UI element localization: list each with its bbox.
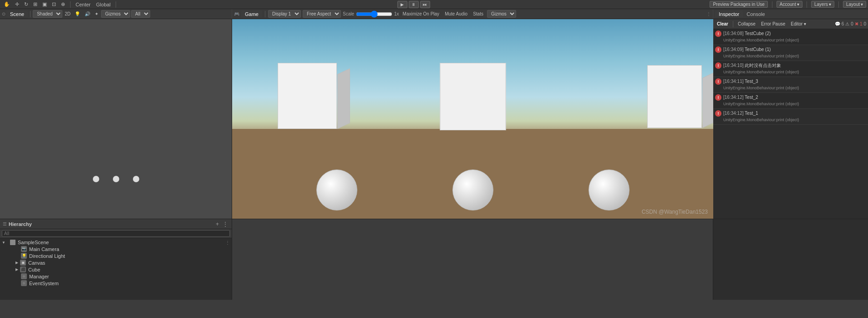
error-pause-button[interactable]: Error Pause: [759, 21, 787, 27]
tree-item-cube[interactable]: ▶ ⬛ Cube: [0, 266, 232, 273]
move-tool[interactable]: ✛: [13, 1, 21, 8]
hierarchy-search-input[interactable]: [2, 230, 230, 237]
scene-canvas[interactable]: [0, 19, 232, 219]
tree-item-label-1: Directional Light: [29, 253, 65, 259]
stats-btn[interactable]: Stats: [471, 11, 485, 17]
game-tab[interactable]: Game: [241, 11, 262, 17]
game-view[interactable]: CSDN @WangTieDan1523: [232, 19, 713, 219]
tree-item-icon-3: ⬛: [20, 267, 26, 272]
layers-button[interactable]: Layers ▾: [811, 1, 834, 8]
preview-packages-button[interactable]: Preview Packages in Use: [710, 1, 767, 8]
log-title-5: Test_2: [745, 95, 758, 100]
log-entry-1[interactable]: ! [16:34:08] TestCube (2) UnityEngine.Mo…: [713, 29, 868, 45]
scene-2d-btn[interactable]: 2D: [63, 11, 72, 17]
scene-dot-1: [93, 176, 99, 182]
sep1: [70, 1, 71, 8]
log-subtitle-2: UnityEngine.MonoBehaviour:print (object): [723, 54, 799, 58]
log-timestamp-6: [16:34:12]: [723, 111, 745, 116]
clear-button[interactable]: Clear: [715, 21, 730, 27]
sep5: [838, 1, 839, 8]
scale-label: Scale: [343, 11, 354, 16]
log-entry-3[interactable]: ! [16:34:10] 此时没有点击对象 UnityEngine.MonoBe…: [713, 61, 868, 77]
collapse-button[interactable]: Collapse: [736, 21, 757, 27]
tree-item-main-camera[interactable]: 📷 Main Camera: [0, 246, 232, 252]
cube-side-1: [337, 68, 350, 129]
tree-scene-root[interactable]: ▼ SampleScene ⋮: [0, 239, 232, 246]
tree-item-manager[interactable]: ○ Manager: [0, 273, 232, 280]
sep2: [116, 1, 116, 8]
global-button[interactable]: Global: [94, 1, 112, 8]
layout-button[interactable]: Layout ▾: [843, 1, 866, 8]
log-entry-4[interactable]: ! [16:34:11] Test_3 UnityEngine.MonoBeha…: [713, 77, 868, 93]
step-button[interactable]: ⏭: [420, 1, 430, 8]
hierarchy-tree: ▼ SampleScene ⋮ 📷 Main Camera 💡 Directio…: [0, 238, 232, 300]
transform-tool[interactable]: ⊡: [50, 1, 58, 8]
shading-dropdown[interactable]: Shaded: [33, 10, 62, 18]
log-entry-6[interactable]: ! [16:34:12] Test_1 UnityEngine.MonoBeha…: [713, 109, 868, 125]
log-title-1: TestCube (2): [745, 31, 771, 36]
scale-slider[interactable]: [356, 12, 392, 16]
tree-item-directional-light[interactable]: 💡 Directional Light: [0, 252, 232, 259]
message-icon: 💬: [835, 21, 840, 26]
tree-item-icon-0: 📷: [21, 246, 27, 252]
layers-chevron-icon: ▾: [829, 2, 831, 7]
game-gizmos-dropdown[interactable]: Gizmos: [487, 10, 516, 18]
account-button[interactable]: Account ▾: [777, 1, 802, 8]
console-log[interactable]: ! [16:34:08] TestCube (2) UnityEngine.Mo…: [713, 29, 868, 219]
tree-item-canvas[interactable]: ▶ ▣ Canvas: [0, 259, 232, 266]
scene-light-btn[interactable]: 💡: [73, 11, 82, 17]
layers-label: Layers: [814, 2, 828, 7]
log-text-2: [16:34:09] TestCube (1) UnityEngine.Mono…: [723, 46, 866, 59]
cube-group-2: [440, 63, 506, 130]
maximize-btn[interactable]: Maximize On Play: [401, 11, 442, 17]
aspect-dropdown[interactable]: Free Aspect: [303, 10, 341, 18]
center-button[interactable]: Center: [74, 1, 92, 8]
hierarchy-add-btn[interactable]: +: [215, 221, 220, 227]
log-subtitle-4: UnityEngine.MonoBehaviour:print (object): [723, 86, 799, 90]
log-text-4: [16:34:11] Test_3 UnityEngine.MonoBehavi…: [723, 78, 866, 91]
hierarchy-panel: ☰ Hierarchy + ⋮ ▼ SampleScene ⋮ 📷 Main: [0, 219, 232, 300]
scene-audio-btn[interactable]: 🔊: [83, 11, 92, 17]
inspector-tab-area: Inspector Console: [713, 9, 868, 19]
hand-tool[interactable]: ✋: [2, 1, 12, 8]
editor-button[interactable]: Editor ▾: [789, 21, 808, 27]
layout-chevron-icon: ▾: [861, 2, 863, 7]
mute-btn[interactable]: Mute Audio: [443, 11, 469, 17]
log-entry-2[interactable]: ! [16:34:09] TestCube (1) UnityEngine.Mo…: [713, 45, 868, 61]
tree-item-icon-1: 💡: [21, 253, 27, 259]
tree-item-label-0: Main Camera: [29, 246, 59, 252]
extra-tool[interactable]: ⊕: [59, 1, 67, 8]
cube-front-2: [440, 63, 506, 130]
scale-tool[interactable]: ⊞: [31, 1, 39, 8]
scene-panel-icon: ⊙: [2, 11, 5, 16]
display-dropdown[interactable]: Display 1: [268, 10, 301, 18]
console-tab[interactable]: Console: [743, 11, 768, 17]
tree-item-icon-4: ○: [21, 273, 27, 279]
log-entry-5[interactable]: ! [16:34:12] Test_2 UnityEngine.MonoBeha…: [713, 93, 868, 109]
account-label: Account: [780, 2, 796, 7]
gizmos-dropdown[interactable]: Gizmos: [101, 10, 130, 18]
rotate-tool[interactable]: ↻: [22, 1, 30, 8]
rect-tool[interactable]: ▣: [41, 1, 49, 8]
scene-fx-btn[interactable]: ✦: [93, 11, 100, 17]
hierarchy-icon: ☰: [3, 221, 7, 226]
top-toolbar: ✋ ✛ ↻ ⊞ ▣ ⊡ ⊕ Center Global ▶ ⏸ ⏭ Previe…: [0, 0, 868, 9]
hierarchy-options-btn[interactable]: ⋮: [222, 221, 229, 227]
bottom-panel: ☰ Hierarchy + ⋮ ▼ SampleScene ⋮ 📷 Main: [0, 219, 868, 300]
warning-count: 0: [851, 21, 853, 26]
tree-item-eventsystem[interactable]: ○ EventSystem: [0, 280, 232, 287]
log-timestamp-2: [16:34:09]: [723, 47, 745, 52]
game-tab-area: 🎮 Game Display 1 Free Aspect Scale 1x Ma…: [232, 9, 713, 19]
inspector-tab[interactable]: Inspector: [715, 11, 743, 17]
console-toolbar: Clear Collapse Error Pause Editor ▾ 💬 6 …: [713, 19, 868, 29]
sep4: [807, 1, 807, 8]
play-button[interactable]: ▶: [397, 1, 407, 8]
account-chevron-icon: ▾: [797, 2, 799, 7]
game-panel-icon: 🎮: [234, 11, 239, 16]
scene-tab[interactable]: Scene: [6, 11, 28, 17]
log-error-icon-5: !: [715, 94, 721, 101]
tree-item-icon-2: ▣: [20, 260, 26, 266]
pause-button[interactable]: ⏸: [409, 1, 419, 8]
all-dropdown[interactable]: All: [131, 10, 150, 18]
cube-front-3: [647, 65, 702, 128]
